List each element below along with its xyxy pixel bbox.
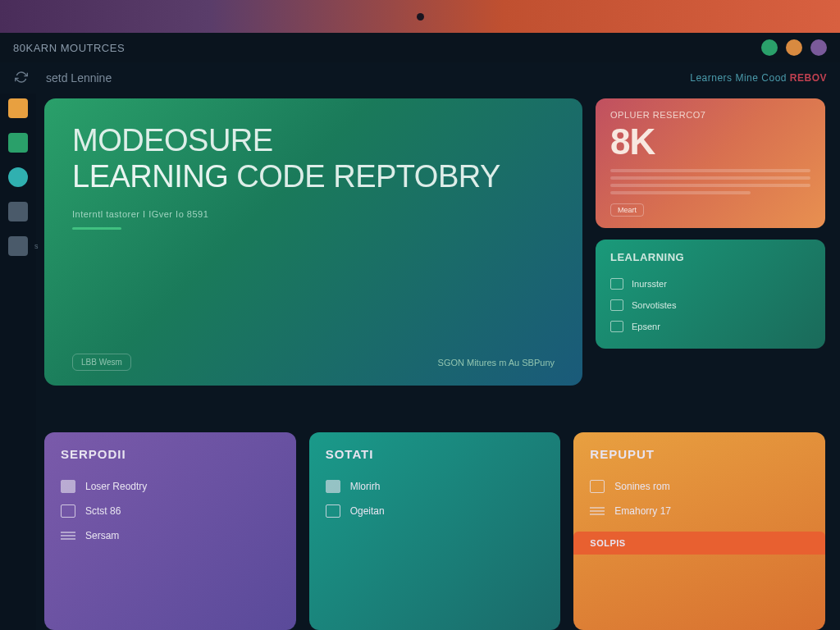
sidebar: s — [0, 94, 36, 630]
cat-row[interactable]: Loser Reodtry — [61, 474, 280, 499]
hero-footer-text: SGON Mitures m Au SBPuny — [438, 358, 555, 368]
breadcrumb: setd Lennine — [46, 71, 112, 84]
panel-row[interactable]: Epsenr — [610, 316, 810, 337]
hero-title: Modeosure Learning Code Reptobry — [72, 123, 555, 194]
cat-row[interactable]: Ogeitan — [326, 499, 545, 523]
stat-label: Opluer Reserco7 — [610, 110, 810, 120]
cat-title: Serpodii — [61, 447, 280, 461]
chart-icon — [61, 504, 75, 518]
status-dot-orange[interactable] — [786, 39, 802, 56]
status-dot-purple[interactable] — [810, 39, 827, 56]
sidebar-item-1[interactable] — [8, 98, 28, 118]
window-frame — [0, 0, 840, 33]
panel-learning[interactable]: Lealarning Inursster Sorvotistes Epsenr — [596, 240, 825, 349]
panel-row[interactable]: Inursster — [610, 273, 810, 294]
sidebar-item-4[interactable] — [8, 202, 28, 221]
cat-row[interactable]: Mlorirh — [326, 474, 545, 499]
hero-chip-left[interactable]: LBB Wesm — [72, 354, 131, 371]
text-icon — [590, 504, 605, 518]
cat-title: Repuput — [590, 447, 809, 461]
stat-card[interactable]: Opluer Reserco7 8K Meart — [596, 98, 825, 228]
screen-icon — [326, 504, 340, 518]
cat-title: Sotati — [326, 447, 545, 461]
cat-row[interactable]: Emahorry 17 — [590, 499, 809, 523]
sidebar-item-5[interactable]: s — [8, 236, 28, 256]
cat-row[interactable]: Sersam — [61, 523, 280, 548]
camera-dot — [417, 13, 424, 21]
app-header: 80Karn Moutrces — [0, 33, 840, 62]
hero-footer: LBB Wesm SGON Mitures m Au SBPuny — [72, 354, 555, 371]
hero-card[interactable]: Modeosure Learning Code Reptobry Internt… — [44, 98, 582, 386]
sidebar-item-2[interactable] — [8, 133, 28, 153]
sub-chip[interactable]: Solpis — [573, 532, 825, 555]
sub-header: setd Lennine Learners Mine Cood REBOV — [0, 62, 840, 94]
doc-icon — [610, 278, 623, 290]
hero-subtitle: Interntl tastorer I IGver Io 8591 — [72, 209, 555, 219]
window-icon — [590, 480, 605, 493]
category-card-repuput[interactable]: Repuput Sonines rom Emahorry 17 Solpis — [573, 432, 825, 630]
list-icon — [610, 299, 623, 311]
sub-header-right: Learners Mine Cood REBOV — [690, 72, 827, 84]
refresh-icon[interactable] — [15, 71, 28, 86]
status-dot-green[interactable] — [761, 39, 778, 56]
folder-icon — [61, 480, 75, 493]
stat-chip[interactable]: Meart — [610, 203, 644, 217]
cat-row[interactable]: Sctst 86 — [61, 499, 280, 523]
stat-value: 8K — [610, 121, 810, 162]
category-card-serpodii[interactable]: Serpodii Loser Reodtry Sctst 86 Sersam — [44, 432, 296, 630]
sidebar-item-3[interactable] — [8, 167, 28, 187]
category-card-sotati[interactable]: Sotati Mlorirh Ogeitan — [309, 432, 561, 630]
user-icon — [326, 480, 340, 493]
header-actions — [761, 39, 827, 56]
panel-row[interactable]: Sorvotistes — [610, 294, 810, 316]
hero-divider — [72, 227, 121, 230]
panel-title: Lealarning — [610, 251, 810, 263]
cat-row[interactable]: Sonines rom — [590, 474, 809, 499]
lines-icon — [61, 529, 75, 542]
app-title: 80Karn Moutrces — [13, 42, 125, 54]
stat-text-placeholder — [610, 169, 810, 194]
box-icon — [610, 321, 623, 332]
